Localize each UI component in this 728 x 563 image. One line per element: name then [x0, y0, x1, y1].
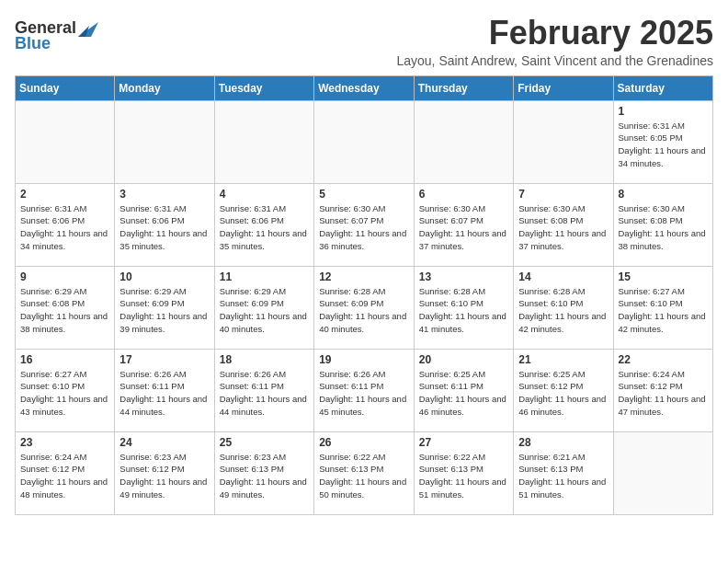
calendar-week-4: 16Sunrise: 6:27 AM Sunset: 6:10 PM Dayli…	[16, 349, 713, 431]
day-sun-info: Sunrise: 6:29 AM Sunset: 6:09 PM Dayligh…	[119, 285, 209, 336]
day-sun-info: Sunrise: 6:31 AM Sunset: 6:06 PM Dayligh…	[220, 202, 309, 253]
day-number: 5	[319, 188, 409, 201]
calendar-cell: 17Sunrise: 6:26 AM Sunset: 6:11 PM Dayli…	[115, 349, 214, 431]
logo: General Blue	[15, 18, 98, 53]
calendar-cell: 1Sunrise: 6:31 AM Sunset: 6:05 PM Daylig…	[613, 100, 713, 183]
day-number: 15	[619, 270, 709, 283]
day-sun-info: Sunrise: 6:27 AM Sunset: 6:10 PM Dayligh…	[20, 368, 109, 419]
location-subtitle: Layou, Saint Andrew, Saint Vincent and t…	[396, 53, 713, 68]
calendar-cell	[514, 100, 613, 183]
day-number: 18	[220, 353, 309, 366]
day-sun-info: Sunrise: 6:25 AM Sunset: 6:11 PM Dayligh…	[419, 368, 508, 419]
calendar-cell: 23Sunrise: 6:24 AM Sunset: 6:12 PM Dayli…	[16, 431, 115, 514]
logo-bird-icon	[78, 20, 98, 37]
day-sun-info: Sunrise: 6:30 AM Sunset: 6:07 PM Dayligh…	[419, 202, 508, 253]
calendar-cell: 21Sunrise: 6:25 AM Sunset: 6:12 PM Dayli…	[514, 349, 613, 431]
day-sun-info: Sunrise: 6:30 AM Sunset: 6:08 PM Dayligh…	[619, 202, 709, 253]
calendar-week-1: 1Sunrise: 6:31 AM Sunset: 6:05 PM Daylig…	[16, 100, 713, 183]
logo-blue-text: Blue	[15, 34, 51, 53]
calendar-cell: 14Sunrise: 6:28 AM Sunset: 6:10 PM Dayli…	[514, 266, 613, 349]
calendar-cell: 5Sunrise: 6:30 AM Sunset: 6:07 PM Daylig…	[314, 183, 415, 266]
title-block: February 2025 Layou, Saint Andrew, Saint…	[396, 15, 713, 68]
calendar-cell: 7Sunrise: 6:30 AM Sunset: 6:08 PM Daylig…	[514, 183, 613, 266]
day-number: 25	[220, 436, 309, 449]
day-number: 19	[319, 353, 409, 366]
calendar-cell: 16Sunrise: 6:27 AM Sunset: 6:10 PM Dayli…	[16, 349, 115, 431]
calendar-cell: 27Sunrise: 6:22 AM Sunset: 6:13 PM Dayli…	[414, 431, 513, 514]
day-number: 1	[619, 105, 709, 118]
day-sun-info: Sunrise: 6:26 AM Sunset: 6:11 PM Dayligh…	[319, 368, 409, 419]
day-sun-info: Sunrise: 6:30 AM Sunset: 6:08 PM Dayligh…	[518, 202, 608, 253]
day-header-monday: Monday	[115, 75, 214, 100]
calendar-cell	[414, 100, 513, 183]
calendar-cell: 13Sunrise: 6:28 AM Sunset: 6:10 PM Dayli…	[414, 266, 513, 349]
day-number: 4	[220, 188, 309, 201]
day-header-saturday: Saturday	[613, 75, 713, 100]
day-sun-info: Sunrise: 6:22 AM Sunset: 6:13 PM Dayligh…	[419, 451, 508, 501]
day-sun-info: Sunrise: 6:25 AM Sunset: 6:12 PM Dayligh…	[518, 368, 608, 419]
calendar-cell: 4Sunrise: 6:31 AM Sunset: 6:06 PM Daylig…	[214, 183, 313, 266]
day-sun-info: Sunrise: 6:31 AM Sunset: 6:05 PM Dayligh…	[619, 120, 709, 170]
calendar-week-5: 23Sunrise: 6:24 AM Sunset: 6:12 PM Dayli…	[16, 431, 713, 514]
calendar-cell: 18Sunrise: 6:26 AM Sunset: 6:11 PM Dayli…	[214, 349, 313, 431]
calendar-cell: 22Sunrise: 6:24 AM Sunset: 6:12 PM Dayli…	[613, 349, 713, 431]
day-header-tuesday: Tuesday	[214, 75, 313, 100]
day-sun-info: Sunrise: 6:22 AM Sunset: 6:13 PM Dayligh…	[319, 451, 409, 501]
day-sun-info: Sunrise: 6:24 AM Sunset: 6:12 PM Dayligh…	[619, 368, 709, 419]
calendar-cell: 11Sunrise: 6:29 AM Sunset: 6:09 PM Dayli…	[214, 266, 313, 349]
day-sun-info: Sunrise: 6:29 AM Sunset: 6:09 PM Dayligh…	[220, 285, 309, 336]
day-number: 9	[20, 270, 109, 283]
calendar-cell: 8Sunrise: 6:30 AM Sunset: 6:08 PM Daylig…	[613, 183, 713, 266]
calendar-cell: 12Sunrise: 6:28 AM Sunset: 6:09 PM Dayli…	[314, 266, 415, 349]
day-sun-info: Sunrise: 6:24 AM Sunset: 6:12 PM Dayligh…	[20, 451, 109, 501]
day-sun-info: Sunrise: 6:31 AM Sunset: 6:06 PM Dayligh…	[119, 202, 209, 253]
calendar-cell	[16, 100, 115, 183]
day-sun-info: Sunrise: 6:23 AM Sunset: 6:12 PM Dayligh…	[119, 451, 209, 501]
calendar-cell	[214, 100, 313, 183]
day-number: 3	[119, 188, 209, 201]
day-sun-info: Sunrise: 6:28 AM Sunset: 6:10 PM Dayligh…	[419, 285, 508, 336]
calendar-cell: 20Sunrise: 6:25 AM Sunset: 6:11 PM Dayli…	[414, 349, 513, 431]
calendar-header-row: SundayMondayTuesdayWednesdayThursdayFrid…	[16, 75, 713, 100]
day-sun-info: Sunrise: 6:21 AM Sunset: 6:13 PM Dayligh…	[518, 451, 608, 501]
day-sun-info: Sunrise: 6:26 AM Sunset: 6:11 PM Dayligh…	[119, 368, 209, 419]
day-sun-info: Sunrise: 6:31 AM Sunset: 6:06 PM Dayligh…	[20, 202, 109, 253]
calendar-cell: 25Sunrise: 6:23 AM Sunset: 6:13 PM Dayli…	[214, 431, 313, 514]
calendar-week-3: 9Sunrise: 6:29 AM Sunset: 6:08 PM Daylig…	[16, 266, 713, 349]
calendar-cell: 24Sunrise: 6:23 AM Sunset: 6:12 PM Dayli…	[115, 431, 214, 514]
calendar-table: SundayMondayTuesdayWednesdayThursdayFrid…	[15, 75, 713, 515]
calendar-cell: 2Sunrise: 6:31 AM Sunset: 6:06 PM Daylig…	[16, 183, 115, 266]
day-header-thursday: Thursday	[414, 75, 513, 100]
day-sun-info: Sunrise: 6:23 AM Sunset: 6:13 PM Dayligh…	[220, 451, 309, 501]
day-number: 8	[619, 188, 709, 201]
day-number: 16	[20, 353, 109, 366]
calendar-week-2: 2Sunrise: 6:31 AM Sunset: 6:06 PM Daylig…	[16, 183, 713, 266]
day-sun-info: Sunrise: 6:29 AM Sunset: 6:08 PM Dayligh…	[20, 285, 109, 336]
day-number: 17	[119, 353, 209, 366]
calendar-cell: 19Sunrise: 6:26 AM Sunset: 6:11 PM Dayli…	[314, 349, 415, 431]
calendar-cell: 10Sunrise: 6:29 AM Sunset: 6:09 PM Dayli…	[115, 266, 214, 349]
day-sun-info: Sunrise: 6:26 AM Sunset: 6:11 PM Dayligh…	[220, 368, 309, 419]
calendar-cell: 28Sunrise: 6:21 AM Sunset: 6:13 PM Dayli…	[514, 431, 613, 514]
calendar-cell	[115, 100, 214, 183]
calendar-cell	[314, 100, 415, 183]
day-sun-info: Sunrise: 6:30 AM Sunset: 6:07 PM Dayligh…	[319, 202, 409, 253]
month-title: February 2025	[396, 15, 713, 52]
day-number: 12	[319, 270, 409, 283]
day-header-sunday: Sunday	[16, 75, 115, 100]
day-number: 11	[220, 270, 309, 283]
day-number: 21	[518, 353, 608, 366]
day-number: 10	[119, 270, 209, 283]
day-sun-info: Sunrise: 6:27 AM Sunset: 6:10 PM Dayligh…	[619, 285, 709, 336]
day-number: 24	[119, 436, 209, 449]
day-header-friday: Friday	[514, 75, 613, 100]
calendar-cell: 15Sunrise: 6:27 AM Sunset: 6:10 PM Dayli…	[613, 266, 713, 349]
day-number: 26	[319, 436, 409, 449]
day-number: 28	[518, 436, 608, 449]
calendar-cell: 9Sunrise: 6:29 AM Sunset: 6:08 PM Daylig…	[16, 266, 115, 349]
day-number: 6	[419, 188, 508, 201]
day-sun-info: Sunrise: 6:28 AM Sunset: 6:09 PM Dayligh…	[319, 285, 409, 336]
day-number: 22	[619, 353, 709, 366]
day-number: 13	[419, 270, 508, 283]
day-number: 7	[518, 188, 608, 201]
